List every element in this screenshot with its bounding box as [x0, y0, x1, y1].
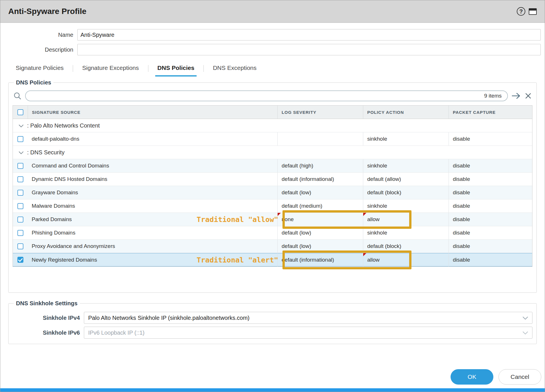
cell-signature-source: Dynamic DNS Hosted Domains	[28, 173, 277, 186]
items-count: 9 items	[484, 93, 502, 99]
cell-log-severity[interactable]: default (medium)	[277, 199, 363, 213]
search-input[interactable]: 9 items	[25, 90, 508, 101]
ok-button[interactable]: OK	[451, 369, 493, 385]
row-checkbox[interactable]	[17, 243, 23, 249]
description-input[interactable]	[77, 44, 541, 55]
cell-signature-source: Malware Domains	[28, 199, 277, 213]
clear-search-icon[interactable]	[524, 92, 532, 100]
chevron-down-icon	[522, 315, 528, 321]
cell-packet-capture[interactable]: disable	[449, 226, 532, 239]
tab-separator	[73, 65, 73, 72]
dns-sinkhole-settings-section: DNS Sinkhole Settings Sinkhole IPv4 Palo…	[8, 300, 537, 344]
cell-log-severity[interactable]: default (low)	[277, 226, 363, 239]
cell-log-severity[interactable]: default (informational)	[277, 173, 363, 186]
cell-signature-source: Grayware Domains	[28, 186, 277, 199]
row-checkbox[interactable]	[17, 176, 23, 182]
dns-policies-table: SIGNATURE SOURCE LOG SEVERITY POLICY ACT…	[13, 105, 532, 267]
sinkhole-ipv4-dropdown[interactable]: Palo Alto Networks Sinkhole IP (sinkhole…	[84, 312, 532, 324]
tab-dns-exceptions[interactable]: DNS Exceptions	[211, 63, 259, 76]
dialog-title: Anti-Spyware Profile	[8, 7, 86, 16]
cell-packet-capture[interactable]: disable	[449, 159, 532, 172]
cell-policy-action[interactable]: sinkhole	[363, 132, 449, 146]
column-header-signature-source[interactable]: SIGNATURE SOURCE	[28, 106, 277, 119]
arrow-right-icon[interactable]	[511, 92, 521, 100]
cell-policy-action[interactable]: sinkhole	[363, 226, 449, 239]
chevron-down-icon	[522, 330, 528, 336]
sinkhole-ipv6-value: IPv6 Loopback IP (::1)	[88, 330, 145, 336]
row-checkbox[interactable]	[17, 163, 23, 169]
column-header-packet-capture[interactable]: PACKET CAPTURE	[449, 106, 532, 119]
table-row[interactable]: Phishing Domains default (low) sinkhole …	[13, 226, 532, 240]
dns-policies-legend: DNS Policies	[14, 79, 53, 86]
window-icon[interactable]	[529, 8, 537, 15]
cell-policy-action[interactable]: sinkhole	[363, 199, 449, 213]
cell-policy-action[interactable]: sinkhole	[363, 159, 449, 172]
tab-signature-exceptions[interactable]: Signature Exceptions	[80, 63, 141, 76]
cell-policy-action[interactable]: default (allow)	[363, 173, 449, 186]
cell-policy-action[interactable]: default (block)	[363, 186, 449, 199]
sinkhole-ipv6-label: Sinkhole IPv6	[13, 330, 84, 336]
cell-signature-source: Newly Registered Domains	[28, 253, 277, 266]
name-input[interactable]	[77, 29, 541, 41]
table-row[interactable]: Dynamic DNS Hosted Domains default (info…	[13, 173, 532, 186]
table-row[interactable]: Grayware Domains default (low) default (…	[13, 186, 532, 199]
cell-packet-capture[interactable]: disable	[449, 173, 532, 186]
description-label: Description	[4, 47, 77, 53]
cell-packet-capture[interactable]: disable	[449, 186, 532, 199]
tab-dns-policies[interactable]: DNS Policies	[155, 63, 197, 76]
sinkhole-ipv6-dropdown[interactable]: IPv6 Loopback IP (::1)	[84, 327, 532, 339]
group-label: : DNS Security	[27, 149, 64, 156]
table-row[interactable]: Malware Domains default (medium) sinkhol…	[13, 199, 532, 213]
cancel-button[interactable]: Cancel	[498, 369, 541, 385]
chevron-down-icon[interactable]	[19, 122, 24, 129]
cell-signature-source: Parked Domains	[28, 213, 277, 226]
dialog-footer: OK Cancel	[0, 369, 541, 385]
cell-packet-capture[interactable]: disable	[449, 132, 532, 146]
profile-tabs: Signature Policies Signature Exceptions …	[13, 63, 545, 76]
cell-log-severity[interactable]: default (low)	[277, 186, 363, 199]
cell-policy-action[interactable]: allow	[363, 253, 449, 266]
table-row[interactable]: Command and Control Domains default (hig…	[13, 159, 532, 173]
row-checkbox[interactable]	[17, 230, 23, 236]
chevron-down-icon[interactable]	[19, 149, 24, 156]
search-icon[interactable]	[13, 92, 22, 100]
sinkhole-ipv4-value: Palo Alto Networks Sinkhole IP (sinkhole…	[88, 315, 249, 321]
cell-packet-capture[interactable]: disable	[449, 213, 532, 226]
column-header-log-severity[interactable]: LOG SEVERITY	[277, 106, 363, 119]
column-header-policy-action[interactable]: POLICY ACTION	[363, 106, 449, 119]
row-checkbox[interactable]	[17, 190, 23, 196]
cell-packet-capture[interactable]: disable	[449, 240, 532, 253]
cell-policy-action[interactable]: allow	[363, 213, 449, 226]
dns-policies-section: DNS Policies 9 items SIGNATURE SOURCE LO…	[8, 79, 537, 293]
cell-packet-capture[interactable]: disable	[449, 199, 532, 213]
cell-log-severity[interactable]: default (informational)	[277, 253, 363, 266]
row-checkbox[interactable]	[17, 217, 23, 223]
cell-log-severity[interactable]	[277, 132, 363, 146]
row-checkbox-checked[interactable]	[17, 257, 23, 263]
table-row[interactable]: Proxy Avoidance and Anonymizers default …	[13, 240, 532, 253]
table-header-row: SIGNATURE SOURCE LOG SEVERITY POLICY ACT…	[13, 106, 532, 119]
cell-log-severity[interactable]: none	[277, 213, 363, 226]
cell-log-severity[interactable]: default (high)	[277, 159, 363, 172]
table-row[interactable]: default-paloalto-dns sinkhole disable	[13, 132, 532, 146]
cell-signature-source: Command and Control Domains	[28, 159, 277, 172]
table-row-newly-registered-domains[interactable]: Newly Registered Domains default (inform…	[13, 253, 532, 266]
row-checkbox[interactable]	[17, 136, 23, 142]
cell-signature-source: default-paloalto-dns	[28, 132, 277, 146]
tab-separator	[148, 65, 148, 72]
row-checkbox[interactable]	[17, 203, 23, 209]
table-row-parked-domains[interactable]: Parked Domains none allow disable Tradit…	[13, 213, 532, 226]
name-label: Name	[4, 32, 77, 38]
cell-policy-action[interactable]: default (block)	[363, 240, 449, 253]
page-background-strip	[0, 388, 545, 392]
cell-packet-capture[interactable]: disable	[449, 253, 532, 266]
tab-signature-policies[interactable]: Signature Policies	[13, 63, 66, 76]
help-icon[interactable]: ?	[517, 7, 525, 16]
group-row-dns-security[interactable]: : DNS Security	[13, 146, 532, 159]
cell-log-severity[interactable]: default (low)	[277, 240, 363, 253]
group-row-palo-alto-networks-content[interactable]: : Palo Alto Networks Content	[13, 119, 532, 132]
cell-signature-source: Proxy Avoidance and Anonymizers	[28, 240, 277, 253]
dns-sinkhole-legend: DNS Sinkhole Settings	[14, 300, 80, 307]
select-all-checkbox[interactable]	[17, 109, 23, 115]
dialog-titlebar: Anti-Spyware Profile ?	[0, 0, 545, 23]
